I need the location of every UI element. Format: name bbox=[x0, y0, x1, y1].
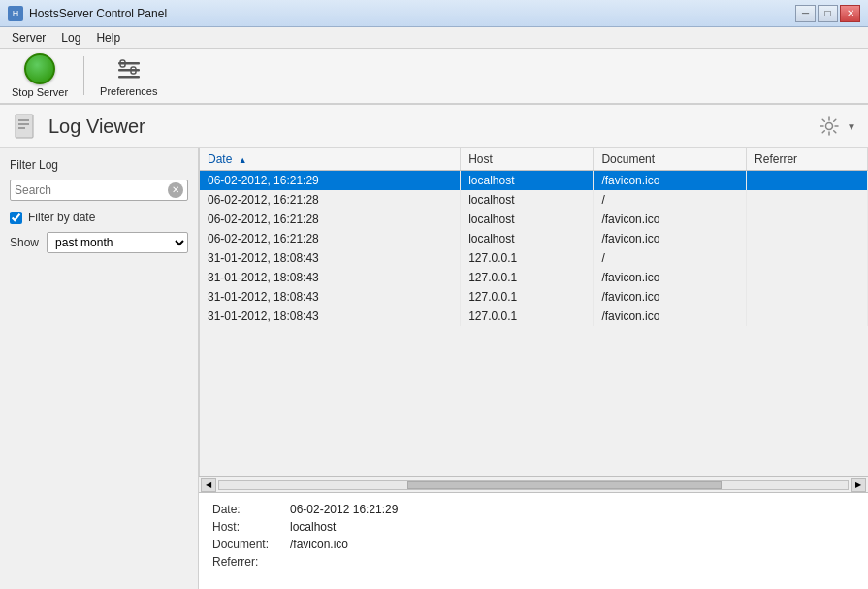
show-label: Show bbox=[10, 236, 39, 249]
cell-document: /favicon.ico bbox=[594, 229, 747, 248]
table-row[interactable]: 06-02-2012, 16:21:28localhost/ bbox=[200, 190, 868, 210]
svg-rect-5 bbox=[16, 115, 33, 138]
cell-document: /favicon.ico bbox=[594, 307, 747, 326]
detail-date-row: Date: 06-02-2012 16:21:29 bbox=[212, 503, 854, 516]
table-row[interactable]: 31-01-2012, 18:08:43127.0.0.1/favicon.ic… bbox=[200, 268, 868, 287]
table-row[interactable]: 06-02-2012, 16:21:28localhost/favicon.ic… bbox=[200, 229, 868, 248]
detail-host-label: Host: bbox=[212, 520, 290, 534]
scroll-thumb[interactable] bbox=[407, 481, 722, 489]
cell-date: 31-01-2012, 18:08:43 bbox=[200, 248, 461, 268]
toolbar: Stop Server Preferences bbox=[0, 49, 868, 105]
detail-date-value: 06-02-2012 16:21:29 bbox=[290, 503, 398, 516]
page-header-icon bbox=[12, 113, 39, 140]
cell-date: 06-02-2012, 16:21:28 bbox=[200, 190, 461, 210]
stop-server-label: Stop Server bbox=[12, 86, 68, 98]
svg-rect-2 bbox=[118, 76, 140, 79]
log-table: Date ▲ Host Document Referrer bbox=[200, 148, 868, 326]
cell-date: 31-01-2012, 18:08:43 bbox=[200, 287, 461, 307]
filter-by-date-row: Filter by date bbox=[10, 211, 188, 224]
menu-server[interactable]: Server bbox=[4, 29, 53, 47]
filter-title: Filter Log bbox=[10, 158, 188, 172]
app-icon: H bbox=[8, 6, 23, 21]
cell-referrer bbox=[747, 229, 868, 248]
cell-referrer bbox=[747, 171, 868, 191]
cell-host: localhost bbox=[461, 171, 594, 191]
svg-rect-0 bbox=[118, 62, 140, 65]
cell-host: 127.0.0.1 bbox=[461, 268, 594, 287]
col-header-host[interactable]: Host bbox=[461, 148, 594, 171]
search-box: ✕ bbox=[10, 180, 188, 201]
preferences-button[interactable]: Preferences bbox=[96, 50, 161, 101]
preferences-icon bbox=[113, 54, 145, 85]
close-button[interactable]: ✕ bbox=[840, 5, 860, 22]
cell-date: 06-02-2012, 16:21:28 bbox=[200, 229, 461, 248]
menu-bar: Server Log Help bbox=[0, 27, 868, 49]
cell-host: localhost bbox=[461, 229, 594, 248]
settings-gear-button[interactable] bbox=[816, 115, 843, 137]
stop-server-button[interactable]: Stop Server bbox=[8, 49, 72, 102]
log-table-wrapper[interactable]: Date ▲ Host Document Referrer bbox=[199, 148, 868, 476]
cell-referrer bbox=[747, 210, 868, 229]
title-bar: H HostsServer Control Panel ─ □ ✕ bbox=[0, 0, 868, 27]
cell-referrer bbox=[747, 287, 868, 307]
stop-server-icon bbox=[24, 53, 55, 84]
detail-date-label: Date: bbox=[212, 503, 290, 516]
table-row[interactable]: 06-02-2012, 16:21:28localhost/favicon.ic… bbox=[200, 210, 868, 229]
detail-document-row: Document: /favicon.ico bbox=[212, 538, 854, 551]
page-header-action: ▼ bbox=[816, 115, 856, 137]
show-select[interactable]: past hour past day past week past month … bbox=[47, 232, 188, 253]
cell-referrer bbox=[747, 190, 868, 210]
menu-log[interactable]: Log bbox=[53, 29, 88, 47]
table-row[interactable]: 31-01-2012, 18:08:43127.0.0.1/ bbox=[200, 248, 868, 268]
cell-date: 06-02-2012, 16:21:28 bbox=[200, 210, 461, 229]
cell-document: /favicon.ico bbox=[594, 287, 747, 307]
settings-dropdown-arrow[interactable]: ▼ bbox=[847, 121, 856, 132]
table-row[interactable]: 06-02-2012, 16:21:29localhost/favicon.ic… bbox=[200, 171, 868, 191]
main-content: Log Viewer ▼ Filter Log ✕ Filter by date bbox=[0, 105, 868, 589]
cell-host: localhost bbox=[461, 190, 594, 210]
detail-host-value: localhost bbox=[290, 520, 336, 534]
menu-help[interactable]: Help bbox=[88, 29, 128, 47]
cell-referrer bbox=[747, 268, 868, 287]
svg-point-9 bbox=[826, 123, 833, 130]
filter-by-date-label[interactable]: Filter by date bbox=[28, 211, 95, 224]
table-row[interactable]: 31-01-2012, 18:08:43127.0.0.1/favicon.ic… bbox=[200, 307, 868, 326]
col-referrer-label: Referrer bbox=[755, 152, 797, 166]
show-row: Show past hour past day past week past m… bbox=[10, 232, 188, 253]
detail-document-value: /favicon.ico bbox=[290, 538, 348, 551]
col-date-label: Date bbox=[208, 152, 232, 166]
cell-document: / bbox=[594, 248, 747, 268]
log-area: Date ▲ Host Document Referrer bbox=[199, 148, 868, 589]
scroll-track[interactable] bbox=[218, 480, 849, 490]
table-row[interactable]: 31-01-2012, 18:08:43127.0.0.1/favicon.ic… bbox=[200, 287, 868, 307]
minimize-button[interactable]: ─ bbox=[795, 5, 816, 22]
col-header-referrer[interactable]: Referrer bbox=[747, 148, 868, 171]
filter-by-date-checkbox[interactable] bbox=[10, 212, 22, 224]
cell-referrer bbox=[747, 248, 868, 268]
window-controls: ─ □ ✕ bbox=[795, 5, 860, 22]
sort-arrow-date: ▲ bbox=[239, 155, 247, 165]
sidebar: Filter Log ✕ Filter by date Show past ho… bbox=[0, 148, 199, 589]
maximize-button[interactable]: □ bbox=[818, 5, 838, 22]
cell-date: 06-02-2012, 16:21:29 bbox=[200, 171, 461, 191]
scroll-left-button[interactable]: ◀ bbox=[201, 478, 216, 492]
search-input[interactable] bbox=[15, 183, 168, 197]
scroll-right-button[interactable]: ▶ bbox=[851, 478, 866, 492]
col-header-date[interactable]: Date ▲ bbox=[200, 148, 461, 171]
detail-document-label: Document: bbox=[212, 538, 290, 551]
horizontal-scrollbar[interactable]: ◀ ▶ bbox=[199, 476, 868, 492]
detail-referrer-row: Referrer: bbox=[212, 555, 854, 569]
page-title: Log Viewer bbox=[48, 115, 816, 138]
cell-host: 127.0.0.1 bbox=[461, 248, 594, 268]
cell-document: / bbox=[594, 190, 747, 210]
cell-host: 127.0.0.1 bbox=[461, 307, 594, 326]
cell-document: /favicon.ico bbox=[594, 171, 747, 191]
table-header-row: Date ▲ Host Document Referrer bbox=[200, 148, 868, 171]
search-clear-button[interactable]: ✕ bbox=[168, 182, 183, 198]
body-area: Filter Log ✕ Filter by date Show past ho… bbox=[0, 148, 868, 589]
col-header-document[interactable]: Document bbox=[594, 148, 747, 171]
col-host-label: Host bbox=[468, 152, 493, 166]
cell-document: /favicon.ico bbox=[594, 268, 747, 287]
cell-host: localhost bbox=[461, 210, 594, 229]
cell-date: 31-01-2012, 18:08:43 bbox=[200, 268, 461, 287]
